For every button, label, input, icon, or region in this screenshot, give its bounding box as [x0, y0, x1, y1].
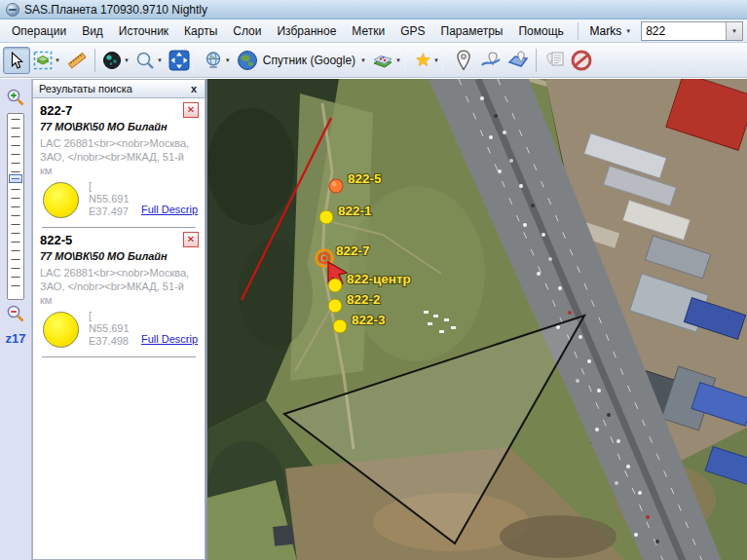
full-description-link[interactable]: Full Description: [141, 204, 198, 215]
chevron-down-icon: ▼: [157, 57, 163, 63]
content-area: z17 Результаты поиска x 822-7 ✕ 77 МО\ВК…: [0, 79, 747, 560]
map-view[interactable]: 822-5 822-1 822-7 822-центр: [207, 79, 747, 560]
chevron-down-icon: ▼: [124, 57, 130, 63]
search-results-header: Результаты поиска x: [32, 79, 205, 98]
result-description: LAC 26881<br><nobr>Москва, ЗАО, </nobr><…: [40, 136, 198, 177]
ruler-icon: [67, 51, 87, 70]
menu-view[interactable]: Вид: [74, 21, 111, 41]
add-polygon-button[interactable]: [504, 47, 532, 74]
app-icon: [6, 3, 19, 17]
layers-map-icon: [372, 51, 393, 70]
marks-label: Marks: [590, 24, 622, 38]
star-icon: ★: [415, 51, 431, 69]
yellow-circle-mark-icon: [43, 312, 79, 348]
result-operator: 77 МО\ВК\50 МО Билайн: [40, 250, 198, 262]
full-description-link[interactable]: Full Description: [141, 333, 198, 345]
toolbar-separator: [94, 49, 95, 72]
layers-button[interactable]: ▼: [369, 47, 404, 74]
result-operator: 77 МО\ВК\50 МО Билайн: [40, 121, 198, 132]
zoom-slider-handle[interactable]: [9, 174, 22, 183]
result-longitude: E37.498: [89, 335, 129, 347]
close-icon[interactable]: x: [189, 83, 199, 94]
path-pin-icon: [480, 50, 502, 71]
chevron-down-icon: ▼: [625, 28, 631, 34]
search-results-panel: Результаты поиска x 822-7 ✕ 77 МО\ВК\50 …: [32, 79, 207, 560]
mark-label: 822-3: [352, 313, 386, 327]
result-coord-bracket: [: [89, 180, 92, 192]
menu-gps[interactable]: GPS: [392, 21, 432, 41]
toolbar-panel-break: [442, 47, 450, 74]
hide-marks-button[interactable]: [568, 47, 595, 74]
view-mode-button[interactable]: ▼: [99, 47, 132, 74]
cursor-arrow-icon: [8, 52, 25, 69]
mark-label: 822-7: [336, 243, 370, 258]
toolbar-panel-break: [193, 47, 201, 74]
menu-source[interactable]: Источник: [111, 21, 176, 41]
satellite-map[interactable]: 822-5 822-1 822-7 822-центр: [207, 79, 747, 560]
zoom-tool-button[interactable]: ▼: [132, 47, 166, 74]
marks-combo-drop-button[interactable]: ▼: [726, 22, 742, 40]
marks-search-value[interactable]: 822: [642, 24, 726, 38]
mark-label: 822-5: [348, 171, 382, 186]
result-longitude: E37.497: [89, 205, 129, 217]
map-projection-button[interactable]: ▼: [201, 47, 234, 74]
magnifier-icon: [135, 51, 155, 70]
map-type-button[interactable]: Спутник (Google) ▼: [234, 47, 369, 74]
chevron-down-icon: ▼: [55, 57, 60, 63]
chevron-down-icon: ▼: [225, 57, 231, 63]
menu-layers[interactable]: Слои: [225, 21, 269, 41]
search-result-item[interactable]: 822-5 ✕ 77 МО\ВК\50 МО Билайн LAC 26881<…: [33, 228, 205, 357]
polygon-pin-icon: [507, 50, 529, 71]
zoom-out-icon[interactable]: [6, 304, 25, 323]
menu-operations[interactable]: Операции: [4, 21, 74, 41]
title-bar: SAS.Планета 170930.9710 Nightly: [0, 0, 747, 19]
result-coord-bracket: [: [89, 310, 92, 321]
add-path-button[interactable]: [477, 47, 504, 74]
mark-label: 822-1: [338, 204, 372, 218]
zoom-in-icon[interactable]: [6, 88, 25, 107]
zoom-level-label: z17: [6, 331, 26, 346]
no-entry-icon: [571, 50, 592, 71]
globe-stand-icon: [204, 51, 223, 70]
mark-label: 822-центр: [347, 272, 411, 286]
placemark-info-icon: [543, 50, 565, 71]
ruler-measure-button[interactable]: [63, 47, 91, 74]
search-results-list: 822-7 ✕ 77 МО\ВК\50 МО Билайн LAC 26881<…: [32, 98, 205, 560]
selection-rect-icon: [33, 51, 53, 70]
placemark-info-button[interactable]: [541, 47, 568, 74]
menu-maps[interactable]: Карты: [176, 21, 225, 41]
default-cursor-button[interactable]: [3, 47, 30, 74]
chevron-down-icon: ▼: [360, 57, 366, 63]
zoom-strip: z17: [0, 79, 32, 560]
marks-search-combo[interactable]: 822 ▼: [641, 21, 743, 41]
menu-favorites[interactable]: Избранное: [269, 21, 344, 41]
yellow-circle-mark-icon: [43, 182, 79, 218]
map-type-label: Спутник (Google): [263, 54, 355, 67]
search-result-item[interactable]: 822-7 ✕ 77 МО\ВК\50 МО Билайн LAC 26881<…: [33, 98, 205, 228]
selection-manager-button[interactable]: ▼: [30, 47, 63, 74]
result-separator: [42, 356, 196, 357]
result-latitude: N55.691: [89, 193, 130, 205]
favorites-button[interactable]: ★ ▼: [412, 47, 442, 74]
result-media-row: [ N55.691 E37.497 Full Description: [40, 180, 198, 223]
fullscreen-button[interactable]: [166, 47, 193, 74]
result-description: LAC 26881<br><nobr>Москва, ЗАО, </nobr><…: [40, 266, 198, 307]
delete-result-icon[interactable]: ✕: [183, 102, 199, 118]
zoom-slider[interactable]: [7, 113, 24, 300]
add-placemark-button[interactable]: [450, 47, 477, 74]
menu-settings[interactable]: Параметры: [433, 21, 511, 41]
marks-dropdown-button[interactable]: Marks ▼: [584, 21, 638, 41]
app-window: SAS.Планета 170930.9710 Nightly Операции…: [0, 0, 747, 560]
dark-globe-icon: [102, 51, 122, 70]
window-title: SAS.Планета 170930.9710 Nightly: [24, 3, 207, 17]
chevron-down-icon: ▼: [731, 28, 737, 34]
fullscreen-arrows-icon: [168, 50, 190, 71]
toolbar-separator: [536, 49, 537, 72]
menu-help[interactable]: Помощь: [510, 21, 571, 41]
result-id: 822-5: [40, 233, 198, 247]
mark-label: 822-2: [347, 292, 381, 307]
earth-icon: [237, 50, 258, 71]
menu-bar: Операции Вид Источник Карты Слои Избранн…: [0, 19, 747, 43]
delete-result-icon[interactable]: ✕: [183, 232, 199, 247]
menu-placemarks[interactable]: Метки: [344, 21, 392, 41]
